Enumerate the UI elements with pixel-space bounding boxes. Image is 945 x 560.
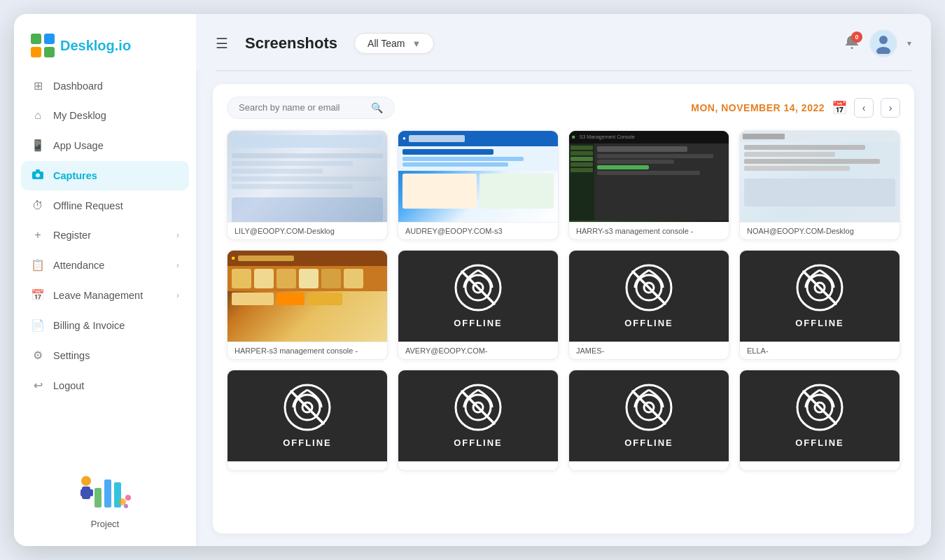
screenshots-toolbar: 🔍 MON, NOVEMBER 14, 2022 📅 ‹ › — [227, 97, 900, 119]
sidebar-item-label: Offline Request — [53, 200, 123, 211]
sidebar-logo: Desklog.io — [14, 14, 196, 71]
screenshots-panel: 🔍 MON, NOVEMBER 14, 2022 📅 ‹ › — [213, 84, 914, 534]
sidebar-item-register[interactable]: + Register › — [21, 221, 189, 249]
screenshot-card[interactable]: ■ S3 Management Console — [568, 130, 729, 240]
screenshot-caption: AUDREY@EOOPY.COM-s3 — [398, 222, 558, 239]
logo-text: Desklog.io — [60, 38, 131, 54]
screenshot-thumbnail: ■ — [227, 251, 387, 342]
logo-name: Desklog — [60, 38, 115, 53]
svg-point-17 — [851, 47, 853, 49]
calendar-picker-icon[interactable]: 📅 — [832, 100, 847, 115]
phone-icon: 📱 — [31, 139, 45, 152]
calendar-icon: 📅 — [31, 288, 45, 302]
svg-line-23 — [462, 272, 494, 304]
sidebar-item-label: Leave Management — [53, 290, 143, 301]
offline-icon — [795, 263, 844, 312]
sidebar-item-my-desklog[interactable]: ⌂ My Desklog — [21, 102, 189, 130]
screenshot-card[interactable]: OFFLINE — [227, 370, 388, 471]
screenshot-card[interactable]: OFFLINE ELLA- — [739, 250, 900, 360]
screenshot-thumbnail: OFFLINE — [569, 370, 729, 461]
offline-icon — [624, 263, 673, 312]
svg-rect-7 — [94, 488, 102, 507]
svg-rect-3 — [44, 47, 55, 57]
screenshot-card[interactable]: OFFLINE JAMES- — [568, 250, 729, 360]
screenshot-thumbnail: OFFLINE — [569, 251, 729, 342]
offline-label: OFFLINE — [624, 438, 673, 448]
avatar-icon — [873, 33, 894, 54]
screenshot-card[interactable]: ● — [398, 130, 559, 240]
project-label: Project — [91, 519, 119, 529]
project-svg — [74, 467, 136, 516]
sidebar-item-offline-request[interactable]: ⏱ Offline Request — [21, 192, 189, 220]
screenshot-caption: ELLA- — [740, 342, 899, 359]
sidebar-item-label: Settings — [53, 350, 90, 361]
screenshot-card[interactable]: OFFLINE — [398, 370, 559, 471]
screenshot-caption — [398, 461, 558, 470]
logo-suffix: .io — [115, 38, 131, 53]
date-nav: MON, NOVEMBER 14, 2022 📅 ‹ › — [691, 98, 900, 118]
team-dropdown[interactable]: All Team ▼ — [354, 33, 434, 54]
gear-icon: ⚙ — [31, 349, 45, 362]
sidebar-item-settings[interactable]: ⚙ Settings — [21, 341, 189, 370]
next-date-button[interactable]: › — [881, 98, 900, 118]
screenshots-grid: LILY@EOOPY.COM-Desklog ● — [227, 130, 900, 471]
screenshot-caption — [227, 461, 387, 470]
chevron-down-icon: ▼ — [412, 38, 421, 49]
offline-label: OFFLINE — [454, 438, 503, 448]
sidebar-item-app-usage[interactable]: 📱 App Usage — [21, 131, 189, 160]
screenshot-thumbnail: ● — [398, 131, 558, 222]
screenshot-card[interactable]: OFFLINE — [739, 370, 900, 471]
sidebar-item-attendance[interactable]: 📋 Attendance › — [21, 251, 189, 279]
screenshot-caption: AVERY@EOOPY.COM- — [398, 342, 558, 359]
offline-label: OFFLINE — [283, 438, 332, 448]
sidebar-item-leave-management[interactable]: 📅 Leave Management › — [21, 281, 189, 309]
logo-icon — [31, 34, 55, 57]
sidebar-item-label: Dashboard — [53, 80, 103, 92]
chevron-right-icon: › — [176, 260, 179, 270]
offline-icon — [795, 383, 844, 432]
svg-rect-2 — [31, 47, 41, 57]
svg-rect-1 — [44, 34, 55, 44]
screenshot-caption: LILY@EOOPY.COM-Desklog — [227, 222, 387, 239]
content-area: 🔍 MON, NOVEMBER 14, 2022 📅 ‹ › — [196, 71, 931, 547]
offline-icon — [624, 383, 673, 432]
invoice-icon: 📄 — [31, 318, 45, 332]
svg-point-19 — [876, 47, 890, 54]
sidebar-item-label: Logout — [53, 380, 84, 391]
sidebar-item-label: Captures — [53, 170, 97, 181]
screenshot-card[interactable]: NOAH@EOOPY.COM-Desklog — [739, 130, 900, 240]
screenshot-caption: HARPER-s3 management console - — [227, 342, 387, 359]
screenshot-thumbnail: OFFLINE — [398, 251, 558, 342]
screenshot-thumbnail — [227, 131, 387, 222]
svg-point-18 — [879, 36, 888, 44]
screenshot-card[interactable]: OFFLINE AVERY@EOOPY.COM- — [398, 250, 559, 360]
sidebar-item-logout[interactable]: ↩ Logout — [21, 371, 189, 400]
notification-badge: 0 — [851, 31, 862, 43]
sidebar-item-label: Register — [53, 230, 91, 241]
screenshot-caption: HARRY-s3 management console - — [569, 222, 729, 239]
sidebar: Desklog.io ⊞ Dashboard ⌂ My Desklog 📱 Ap… — [14, 14, 196, 546]
sidebar-item-billing-invoice[interactable]: 📄 Billing & Invoice — [21, 311, 189, 340]
main-content: ☰ Screenshots All Team ▼ 0 — [196, 14, 931, 546]
screenshot-card[interactable]: ■ — [227, 250, 388, 360]
avatar-chevron-icon[interactable]: ▾ — [907, 38, 911, 48]
sidebar-item-captures[interactable]: Captures — [21, 161, 189, 190]
notification-button[interactable]: 0 — [844, 34, 860, 53]
date-label: MON, NOVEMBER 14, 2022 — [691, 102, 825, 113]
sidebar-item-dashboard[interactable]: ⊞ Dashboard — [21, 71, 189, 100]
user-avatar[interactable] — [869, 29, 897, 57]
screenshot-card[interactable]: LILY@EOOPY.COM-Desklog — [227, 130, 388, 240]
search-bar[interactable]: 🔍 — [227, 97, 395, 119]
svg-point-5 — [36, 174, 40, 178]
svg-point-16 — [124, 504, 128, 508]
dashboard-icon: ⊞ — [31, 79, 45, 92]
screenshot-caption: NOAH@EOOPY.COM-Desklog — [740, 222, 899, 239]
screenshot-thumbnail — [740, 131, 899, 222]
chevron-right-icon: › — [176, 290, 179, 300]
sidebar-nav: ⊞ Dashboard ⌂ My Desklog 📱 App Usage Cap… — [14, 71, 196, 454]
search-input[interactable] — [239, 102, 365, 113]
menu-toggle-button[interactable]: ☰ — [216, 35, 228, 52]
prev-date-button[interactable]: ‹ — [854, 98, 874, 118]
screenshot-card[interactable]: OFFLINE — [568, 370, 729, 471]
offline-icon — [283, 383, 332, 432]
